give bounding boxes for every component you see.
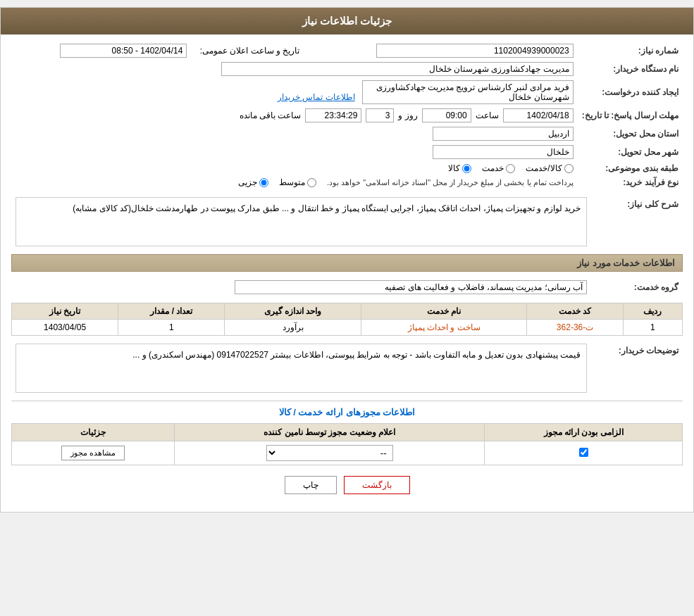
permits-status-cell: -- (175, 441, 485, 465)
permits-col-status: اعلام وضعیت مجوز توسط نامین کننده (175, 424, 485, 441)
services-table: ردیف کد خدمت نام خدمت واحد اندازه گیری ت… (11, 303, 683, 336)
radio-kala[interactable]: کالا (448, 163, 471, 173)
buyer-notes-label: توضیحات خریدار: (591, 341, 683, 395)
province-value: اردبیل (433, 127, 574, 141)
radio-khedmat[interactable]: خدمت (482, 163, 515, 173)
radio-kala-khedmat-input[interactable] (564, 164, 574, 173)
radio-kala-khedmat[interactable]: کالا/خدمت (526, 163, 573, 173)
permits-table: الزامی بودن ارائه مجوز اعلام وضعیت مجوز … (11, 423, 683, 465)
radio-motavasset[interactable]: متوسط (279, 177, 316, 187)
permits-col-details: جزئیات (12, 424, 175, 441)
creator-value: فرید مرادی لنبر کارشناس ترویج مدیریت جها… (362, 80, 574, 104)
cell-row-num: 1 (623, 320, 682, 336)
action-buttons: بازگشت چاپ (11, 476, 683, 494)
buyer-org-value: مدیریت جهادکشاورزی شهرستان خلخال (221, 62, 574, 76)
page-title: جزئیات اطلاعات نیاز (1, 8, 693, 34)
remaining-label: ساعت باقی مانده (240, 111, 302, 120)
col-unit: واحد اندازه گیری (225, 303, 361, 320)
send-days-value: 3 (366, 108, 394, 122)
permits-status-select[interactable]: -- (266, 445, 393, 461)
print-button[interactable]: چاپ (285, 476, 337, 494)
radio-jozi-input[interactable] (259, 178, 268, 187)
city-value: خلخال (433, 145, 574, 159)
days-label: روز و (398, 111, 417, 120)
process-note: پرداخت تمام یا بخشی از مبلغ خریدار از مح… (327, 178, 574, 187)
need-number-label: شماره نیاز: (578, 42, 683, 60)
need-desc-label: شرح کلی نیاز: (591, 195, 683, 249)
radio-jozi-label: جزیی (238, 177, 257, 187)
radio-motavasset-input[interactable] (307, 178, 316, 187)
radio-kala-khedmat-label: کالا/خدمت (526, 163, 562, 173)
send-deadline-label: مهلت ارسال پاسخ: تا تاریخ: (578, 106, 683, 125)
buyer-org-label: نام دستگاه خریدار: (578, 60, 683, 78)
cell-qty: 1 (118, 320, 225, 336)
permits-section-title: اطلاعات مجوزهای ارائه خدمت / کالا (11, 401, 683, 417)
cell-code: ت-36-362 (527, 320, 623, 336)
col-date: تاریخ نیاز (12, 303, 118, 320)
radio-kala-label: کالا (448, 163, 460, 173)
group-value: آب رسانی؛ مدیریت پسماند، فاضلاب و فعالیت… (235, 280, 587, 294)
send-time-value: 09:00 (422, 108, 471, 122)
permits-col-required: الزامی بودن ارائه مجوز (485, 424, 683, 441)
back-button[interactable]: بازگشت (344, 476, 410, 494)
need-number-value: 1102004939000023 (376, 44, 574, 58)
radio-khedmat-input[interactable] (506, 164, 515, 173)
services-section-title: اطلاعات خدمات مورد نیاز (11, 254, 683, 272)
view-permit-button[interactable]: مشاهده مجوز (61, 446, 125, 460)
process-label: نوع فرآیند خرید: (578, 175, 683, 189)
group-label: گروه خدمت: (591, 277, 683, 297)
radio-kala-input[interactable] (462, 164, 471, 173)
permits-table-row: -- مشاهده مجوز (12, 441, 683, 465)
radio-khedmat-label: خدمت (482, 163, 504, 173)
send-date-value: 1402/04/18 (503, 108, 574, 122)
need-description-text: خرید لوازم و تجهیزات پمپاژ، احداث اتاقک … (16, 197, 587, 246)
cell-date: 1403/04/05 (12, 320, 118, 336)
table-row: 1 ت-36-362 ساخت و احداث پمپاژ برآورد 1 1… (12, 320, 683, 336)
permits-required-checkbox-cell (485, 441, 683, 465)
col-name: نام خدمت (361, 303, 527, 320)
contact-link[interactable]: اطلاعات تماس خریدار (278, 92, 355, 102)
time-label: ساعت (476, 111, 499, 120)
creator-label: ایجاد کننده درخواست: (578, 78, 683, 106)
buyer-notes-text: قیمت پیشنهادی بدون تعدیل و مابه التفاوت … (16, 344, 587, 393)
cell-name: ساخت و احداث پمپاژ (361, 320, 527, 336)
permits-required-checkbox[interactable] (579, 448, 588, 457)
city-label: شهر محل تحویل: (578, 143, 683, 161)
province-label: استان محل تحویل: (578, 125, 683, 143)
radio-motavasset-label: متوسط (279, 177, 305, 187)
announce-time-label: تاریخ و ساعت اعلان عمومی: (191, 42, 304, 60)
announce-time-value: 1402/04/14 - 08:50 (60, 44, 187, 58)
category-label: طبقه بندی موضوعی: (578, 161, 683, 175)
permits-details-cell: مشاهده مجوز (12, 441, 175, 465)
radio-jozi[interactable]: جزیی (238, 177, 268, 187)
cell-unit: برآورد (225, 320, 361, 336)
send-remaining-value: 23:34:29 (305, 108, 361, 122)
col-code: کد خدمت (527, 303, 623, 320)
col-row-num: ردیف (623, 303, 682, 320)
col-qty: تعداد / مقدار (118, 303, 225, 320)
